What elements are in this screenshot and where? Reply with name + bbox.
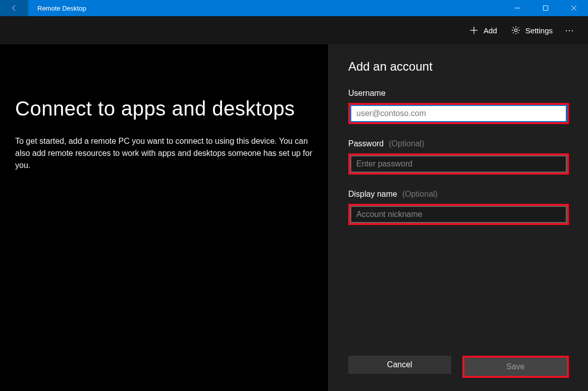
password-input[interactable] <box>350 155 567 173</box>
displayname-input[interactable] <box>350 206 567 223</box>
save-button[interactable]: Save <box>464 358 567 376</box>
svg-rect-1 <box>544 6 548 11</box>
plus-icon <box>469 26 478 35</box>
add-account-panel: Add an account Username Password (Option… <box>328 44 588 391</box>
back-button[interactable] <box>0 0 28 16</box>
save-highlight: Save <box>462 356 569 378</box>
panel-buttons: Cancel Save <box>348 356 569 378</box>
more-button[interactable]: ⋯ <box>560 21 583 40</box>
main-content: Connect to apps and desktops To get star… <box>0 44 328 391</box>
titlebar: Remote Desktop <box>0 0 588 16</box>
cancel-button[interactable]: Cancel <box>348 356 451 374</box>
minimize-button[interactable] <box>503 0 531 16</box>
maximize-icon <box>543 5 549 11</box>
command-bar: Add Settings ⋯ <box>0 16 588 44</box>
username-label: Username <box>348 89 386 98</box>
page-description: To get started, add a remote PC you want… <box>15 135 313 172</box>
close-icon <box>571 5 577 11</box>
username-field-group: Username <box>348 89 569 124</box>
gear-icon <box>511 26 520 35</box>
username-highlight <box>348 103 569 124</box>
add-button[interactable]: Add <box>462 22 504 39</box>
password-highlight <box>348 153 569 175</box>
more-icon: ⋯ <box>565 25 575 35</box>
svg-point-6 <box>514 29 517 31</box>
password-optional-label: (Optional) <box>389 139 424 148</box>
window-controls <box>503 0 588 16</box>
displayname-field-group: Display name (Optional) <box>348 190 569 225</box>
displayname-highlight <box>348 204 569 225</box>
page-title: Connect to apps and desktops <box>15 97 313 120</box>
password-field-group: Password (Optional) <box>348 139 569 175</box>
maximize-button[interactable] <box>531 0 560 16</box>
panel-heading: Add an account <box>348 60 569 74</box>
close-button[interactable] <box>560 0 588 16</box>
displayname-optional-label: (Optional) <box>402 190 438 199</box>
settings-button-label: Settings <box>525 26 553 35</box>
app-title: Remote Desktop <box>28 0 503 16</box>
username-input[interactable] <box>350 105 567 122</box>
minimize-icon <box>514 5 520 11</box>
add-button-label: Add <box>484 26 497 35</box>
password-label: Password <box>348 139 384 148</box>
displayname-label: Display name <box>348 190 397 199</box>
settings-button[interactable]: Settings <box>504 22 560 39</box>
back-arrow-icon <box>10 4 18 12</box>
